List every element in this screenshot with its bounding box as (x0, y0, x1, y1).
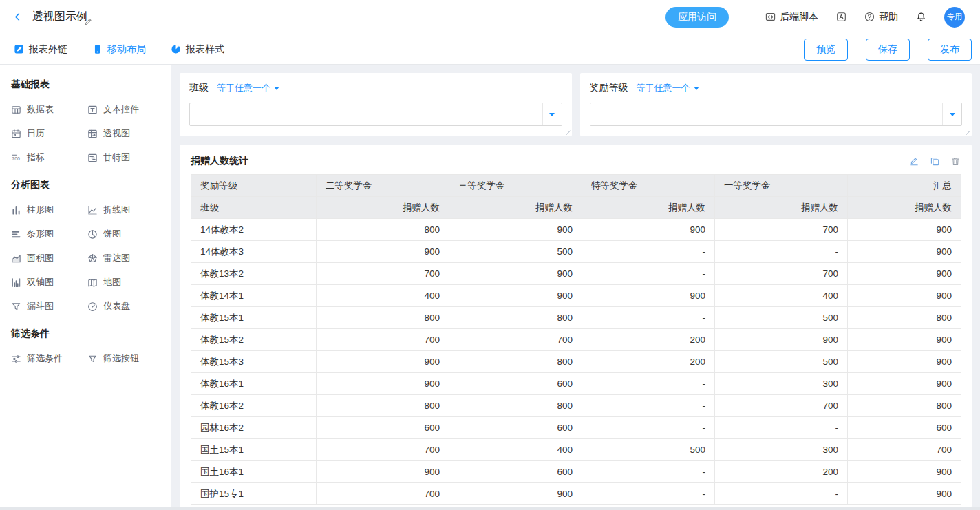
filter-funnel-icon (87, 354, 98, 364)
backend-script-button[interactable]: 后端脚本 (765, 11, 818, 23)
value-cell: 900 (582, 285, 715, 307)
table-row: 体教16本1900600-300900 (191, 373, 961, 395)
value-cell: 200 (715, 461, 848, 483)
sidebar-item-map[interactable]: 地图 (87, 276, 161, 288)
value-cell: 700 (715, 219, 848, 241)
sidebar-item-dual-axis-chart[interactable]: 双轴图 (11, 276, 85, 288)
filter-field-label: 奖励等级 (590, 82, 628, 94)
edit-icon (909, 156, 919, 167)
filter-operator-dropdown[interactable]: 等于任意一个 (217, 82, 279, 94)
sidebar-item-label: 日历 (27, 127, 45, 140)
row-label-cell: 国土15本1 (191, 439, 317, 461)
save-button[interactable]: 保存 (866, 39, 910, 61)
filter-operator-dropdown[interactable]: 等于任意一个 (637, 82, 699, 94)
value-cell: 400 (715, 285, 848, 307)
value-cell: 900 (715, 329, 848, 351)
row-label-cell: 体教16本1 (191, 373, 317, 395)
copy-chart-button[interactable] (930, 156, 940, 167)
sidebar-item-label: 地图 (103, 276, 121, 288)
publish-button[interactable]: 发布 (928, 39, 972, 61)
toolbar-link-mobile-layout[interactable]: 移动布局 (92, 43, 146, 56)
sidebar-item-label: 文本控件 (103, 103, 139, 116)
row-label-cell: 国护15专1 (191, 483, 317, 505)
header-left: 透视图示例 (12, 10, 98, 24)
table-icon (11, 105, 21, 115)
radar-icon (87, 253, 98, 264)
value-cell: 200 (582, 351, 715, 373)
sidebar-item-line-chart[interactable]: 折线图 (87, 204, 161, 216)
preview-button[interactable]: 预览 (804, 39, 848, 61)
dual-icon (11, 277, 21, 288)
value-cell: 500 (715, 351, 848, 373)
horizontal-scrollbar-track[interactable] (0, 507, 980, 510)
header-divider (747, 10, 747, 25)
resize-handle[interactable] (963, 128, 970, 135)
sidebar-item-metric[interactable]: 700指标 (11, 151, 85, 164)
help-label: 帮助 (879, 11, 898, 23)
value-cell: 900 (848, 329, 961, 351)
table-row: 14体教本3900500--900 (191, 241, 961, 263)
sidebar-item-label: 甘特图 (103, 151, 130, 164)
delete-chart-button[interactable] (950, 156, 961, 167)
notification-bell-button[interactable] (916, 12, 926, 22)
value-cell: - (582, 241, 715, 263)
sidebar-item-funnel-chart[interactable]: 漏斗图 (11, 300, 85, 312)
language-button[interactable] (836, 12, 846, 22)
toolbar-link-report-style[interactable]: 报表样式 (171, 43, 224, 56)
metric-icon: 700 (11, 153, 21, 163)
sidebar-item-text-widget[interactable]: 文本控件 (87, 103, 161, 116)
value-cell: 300 (715, 439, 848, 461)
sidebar-item-bar-chart[interactable]: 条形图 (11, 228, 85, 240)
gantt-icon (87, 153, 98, 163)
sidebar-item-column-chart[interactable]: 柱形图 (11, 204, 85, 216)
select-caret-zone[interactable] (942, 103, 961, 125)
sidebar-item-gauge[interactable]: 仪表盘 (87, 300, 161, 312)
sidebar-item-filter-button[interactable]: 筛选按钮 (87, 352, 161, 365)
avatar[interactable]: 专用 (944, 7, 965, 28)
value-cell: - (582, 483, 715, 505)
value-cell: 600 (449, 461, 582, 483)
table-row: 14体教本2800900900700900 (191, 219, 961, 241)
value-cell: 900 (848, 351, 961, 373)
filter-operator-label: 等于任意一个 (637, 82, 690, 94)
edit-title-button[interactable] (83, 17, 94, 29)
sidebar-item-calendar[interactable]: 日历 (11, 127, 85, 140)
header-cell: 奖励等级 (191, 175, 317, 197)
edit-chart-button[interactable] (909, 156, 919, 167)
table-header-row: 奖励等级二等奖学金三等奖学金特等奖学金一等奖学金汇总 (191, 175, 961, 197)
toolbar-link-label: 移动布局 (107, 43, 146, 56)
value-cell: 900 (449, 483, 582, 505)
sidebar-item-gantt[interactable]: 甘特图 (87, 151, 161, 164)
value-cell: 700 (449, 329, 582, 351)
app-access-button[interactable]: 应用访问 (665, 7, 729, 28)
text-icon (87, 105, 98, 115)
sidebar-item-area-chart[interactable]: 面积图 (11, 252, 85, 264)
sidebar-item-data-table[interactable]: 数据表 (11, 103, 85, 116)
value-cell: - (582, 307, 715, 329)
filter-value-select[interactable] (590, 103, 963, 126)
value-cell: 600 (449, 373, 582, 395)
pivot-table: 奖励等级二等奖学金三等奖学金特等奖学金一等奖学金汇总班级捐赠人数捐赠人数捐赠人数… (191, 174, 961, 505)
back-button[interactable] (12, 12, 23, 22)
filter-lines-icon (11, 354, 21, 364)
filter-value-select[interactable] (189, 103, 562, 126)
filter-head: 班级 等于任意一个 (189, 82, 562, 94)
value-cell: 800 (449, 351, 582, 373)
sidebar-item-label: 数据表 (27, 103, 54, 116)
table-row: 体教15本2700700200900900 (191, 329, 961, 351)
sidebar-item-filter-condition[interactable]: 筛选条件 (11, 352, 85, 365)
select-caret-zone[interactable] (542, 103, 562, 125)
sidebar-item-pie-chart[interactable]: 饼图 (87, 228, 161, 240)
value-cell: 900 (449, 263, 582, 285)
value-cell: 800 (449, 307, 582, 329)
help-button[interactable]: 帮助 (864, 11, 898, 23)
area-icon (11, 253, 21, 264)
sidebar-item-pivot[interactable]: 透视图 (87, 127, 161, 140)
header-cell: 二等奖学金 (317, 175, 449, 197)
table-row: 国护15专1700900--900 (191, 483, 961, 505)
sidebar-item-radar-chart[interactable]: 雷达图 (87, 252, 161, 264)
toolbar-link-report-share[interactable]: 报表外链 (14, 43, 67, 56)
header-cell: 一等奖学金 (715, 175, 848, 197)
resize-handle[interactable] (564, 128, 571, 135)
top-header: 透视图示例 应用访问 后端脚本 帮助 专用 (0, 0, 980, 34)
